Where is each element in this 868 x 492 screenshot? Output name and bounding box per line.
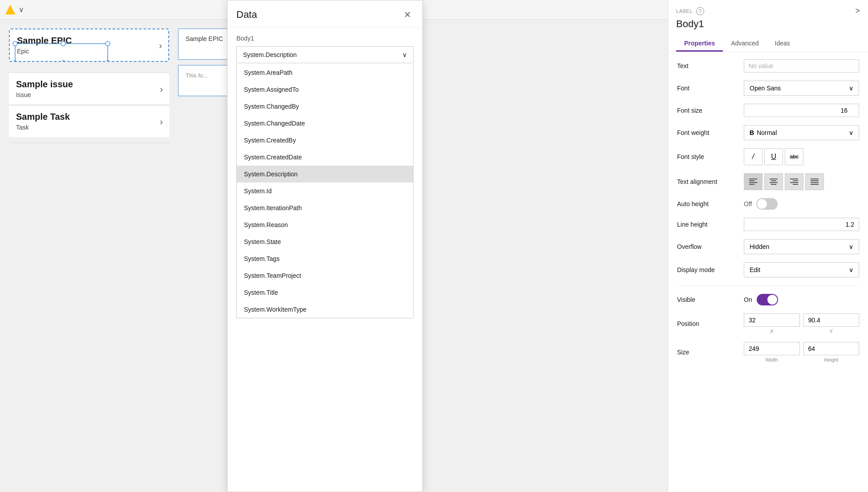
panel-header: LABEL ? > Body1 Properties Advanced Idea… bbox=[668, 0, 868, 52]
font-dropdown[interactable]: Open Sans ∨ bbox=[744, 81, 859, 96]
panel-help-icon[interactable]: ? bbox=[696, 7, 704, 15]
visible-toggle-row: On bbox=[744, 294, 859, 305]
dropdown-item[interactable]: System.ChangedDate bbox=[237, 115, 413, 132]
dropdown-item[interactable]: System.IterationPath bbox=[237, 199, 413, 216]
epic-card-arrow[interactable]: › bbox=[159, 40, 162, 50]
dropdown-item[interactable]: System.State bbox=[237, 233, 413, 250]
dropdown-item[interactable]: System.TeamProject bbox=[237, 267, 413, 284]
font-style-property-row: Font style / U abc bbox=[677, 148, 859, 165]
align-justify-button[interactable] bbox=[805, 173, 824, 190]
overflow-dropdown[interactable]: Hidden ∨ bbox=[744, 239, 859, 254]
font-weight-value-container: B Normal ∨ bbox=[744, 125, 859, 140]
svg-rect-14 bbox=[749, 184, 754, 185]
size-height-input[interactable] bbox=[803, 342, 860, 355]
position-x-label: X bbox=[744, 329, 800, 334]
auto-height-label: Auto height bbox=[677, 200, 739, 207]
auto-height-toggle[interactable] bbox=[756, 198, 778, 210]
issue-card-arrow[interactable]: › bbox=[160, 84, 163, 94]
italic-button[interactable]: / bbox=[744, 148, 763, 165]
font-size-input[interactable] bbox=[744, 104, 859, 117]
size-width-label: Width bbox=[744, 357, 800, 362]
svg-rect-23 bbox=[811, 179, 819, 179]
dropdown-item[interactable]: System.AssignedTo bbox=[237, 81, 413, 98]
font-style-group: / U abc bbox=[744, 148, 859, 165]
strikethrough-icon: abc bbox=[790, 154, 798, 160]
font-weight-dropdown[interactable]: B Normal ∨ bbox=[744, 125, 859, 140]
size-width-input[interactable] bbox=[744, 342, 800, 355]
tab-ideas[interactable]: Ideas bbox=[767, 36, 798, 52]
size-inputs: Width Height bbox=[744, 342, 859, 362]
auto-height-toggle-row: Off bbox=[744, 198, 859, 210]
dropdown-item[interactable]: System.Reason bbox=[237, 216, 413, 233]
underline-button[interactable]: U bbox=[764, 148, 783, 165]
position-x-input[interactable] bbox=[744, 313, 800, 327]
align-center-button[interactable] bbox=[764, 173, 783, 190]
dropdown-item[interactable]: System.Title bbox=[237, 284, 413, 301]
dropdown-item[interactable]: System.AreaPath bbox=[237, 64, 413, 81]
align-right-icon bbox=[790, 179, 798, 185]
size-value-container: Width Height bbox=[744, 342, 859, 362]
visible-toggle[interactable] bbox=[757, 294, 778, 305]
divider-2 bbox=[9, 142, 169, 143]
svg-point-10 bbox=[105, 61, 110, 61]
overflow-value: Hidden bbox=[750, 243, 769, 250]
modal-close-button[interactable]: ✕ bbox=[401, 8, 414, 21]
align-right-button[interactable] bbox=[785, 173, 803, 190]
font-size-label: Font size bbox=[677, 107, 739, 114]
dropdown-item[interactable]: System.WorkItemType bbox=[237, 301, 413, 318]
task-card[interactable]: Sample Task Task › bbox=[9, 105, 169, 137]
visible-toggle-knob bbox=[767, 295, 777, 305]
display-mode-dropdown[interactable]: Edit ∨ bbox=[744, 262, 859, 277]
dropdown-item[interactable]: System.CreatedDate bbox=[237, 149, 413, 166]
position-y-input[interactable] bbox=[803, 313, 860, 327]
svg-rect-16 bbox=[771, 180, 776, 181]
tab-properties[interactable]: Properties bbox=[676, 36, 723, 52]
svg-point-9 bbox=[61, 61, 65, 61]
dropdown-item[interactable]: System.Id bbox=[237, 183, 413, 199]
font-style-value-container: / U abc bbox=[744, 148, 859, 165]
panel-divider bbox=[677, 285, 859, 286]
line-height-value-container bbox=[744, 218, 859, 231]
dropdown-list: System.AreaPathSystem.AssignedToSystem.C… bbox=[236, 64, 414, 318]
align-justify-icon bbox=[811, 179, 819, 185]
auto-height-off-label: Off bbox=[744, 200, 752, 207]
align-left-button[interactable] bbox=[744, 173, 763, 190]
dropdown-item[interactable]: System.ChangedBy bbox=[237, 98, 413, 115]
font-weight-chevron: ∨ bbox=[849, 129, 853, 136]
panel-label: LABEL bbox=[676, 8, 693, 14]
text-input[interactable]: No value bbox=[744, 59, 859, 73]
font-size-value-container bbox=[744, 104, 859, 117]
text-property-row: Text No value bbox=[677, 59, 859, 73]
strikethrough-button[interactable]: abc bbox=[785, 148, 803, 165]
text-align-value-container bbox=[744, 173, 859, 190]
svg-rect-24 bbox=[811, 180, 819, 181]
line-height-input[interactable] bbox=[744, 218, 859, 231]
tab-advanced[interactable]: Advanced bbox=[723, 36, 767, 52]
dropdown-item[interactable]: System.CreatedBy bbox=[237, 132, 413, 149]
svg-rect-26 bbox=[811, 184, 819, 185]
svg-rect-22 bbox=[793, 184, 798, 185]
data-dropdown-selector[interactable]: System.Description ∨ bbox=[236, 46, 414, 63]
properties-panel: LABEL ? > Body1 Properties Advanced Idea… bbox=[668, 0, 868, 492]
line-height-label: Line height bbox=[677, 221, 739, 228]
epic-card[interactable]: Sample EPIC Epic › bbox=[9, 28, 169, 62]
text-value-container: No value bbox=[744, 59, 859, 73]
position-y-label: Y bbox=[803, 329, 860, 334]
panel-title: Body1 bbox=[676, 18, 860, 30]
text-label: Text bbox=[677, 62, 739, 69]
dropdown-item[interactable]: System.Tags bbox=[237, 250, 413, 267]
dropdown-item[interactable]: System.Description bbox=[237, 166, 413, 183]
issue-card[interactable]: Sample issue Issue › bbox=[9, 73, 169, 105]
task-card-arrow[interactable]: › bbox=[160, 116, 163, 126]
font-dropdown-chevron: ∨ bbox=[849, 85, 853, 92]
panel-body: Text No value Font Open Sans ∨ Font size bbox=[668, 52, 868, 492]
dropdown-chevron: ∨ bbox=[402, 51, 407, 58]
font-weight-value: Normal bbox=[757, 129, 777, 136]
svg-rect-21 bbox=[790, 182, 798, 183]
auto-height-value-container: Off bbox=[744, 198, 859, 210]
panel-nav: Properties Advanced Ideas bbox=[676, 36, 860, 52]
panel-expand-icon[interactable]: > bbox=[855, 6, 860, 16]
toolbar-chevron[interactable]: ∨ bbox=[19, 5, 24, 14]
task-card-title: Sample Task bbox=[16, 112, 162, 122]
right-card-epic-label: Sample EPIC bbox=[186, 35, 223, 42]
